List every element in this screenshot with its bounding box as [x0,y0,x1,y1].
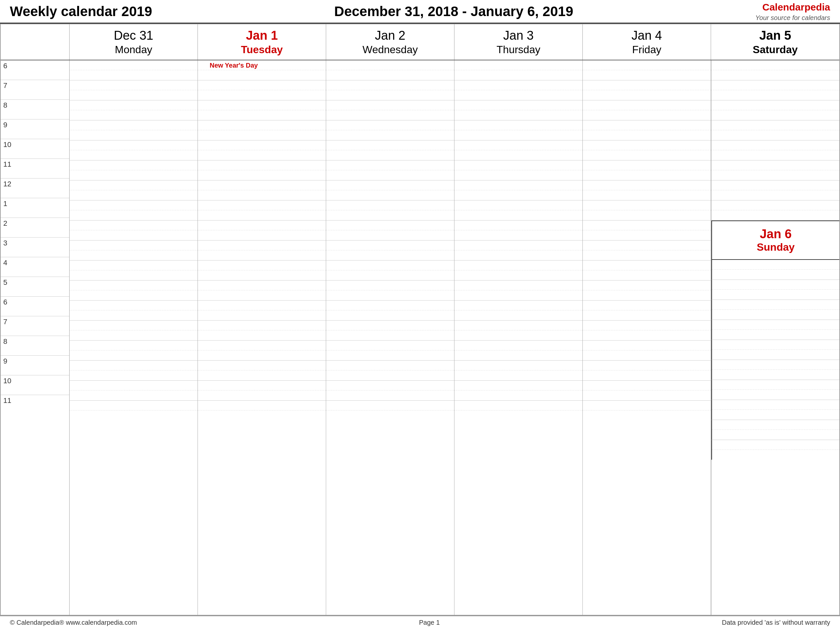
time-slot[interactable] [69,281,197,300]
time-slot[interactable] [326,160,454,180]
time-slot[interactable] [326,240,454,261]
time-slot[interactable] [198,261,326,281]
time-slot[interactable] [583,60,711,81]
time-slot[interactable] [198,401,326,420]
time-slot[interactable] [198,141,326,160]
time-slot[interactable] [69,180,197,201]
time-slot[interactable] [711,420,839,440]
time-slot[interactable] [198,300,326,321]
time-slot[interactable] [583,261,711,281]
time-slot[interactable] [711,320,839,340]
time-slot[interactable] [583,300,711,321]
time-slot[interactable] [711,380,839,400]
time-slot[interactable] [455,360,583,381]
time-slot[interactable] [455,180,583,201]
time-slot[interactable] [583,100,711,120]
time-slot[interactable] [711,180,839,201]
time-slot[interactable] [455,81,583,100]
time-slot[interactable] [583,401,711,420]
time-slot[interactable] [326,321,454,341]
time-slot[interactable] [455,300,583,321]
time-slot[interactable] [583,160,711,180]
time-slot[interactable] [69,201,197,221]
time-slot[interactable] [69,100,197,120]
time-slot[interactable] [326,60,454,81]
time-slot[interactable] [711,440,839,460]
time-slot[interactable] [69,221,197,240]
time-slot[interactable] [326,221,454,240]
time-slot[interactable] [198,240,326,261]
time-slot[interactable] [455,221,583,240]
time-slot[interactable] [455,120,583,141]
time-slot[interactable] [198,360,326,381]
time-slot[interactable] [69,120,197,141]
time-slot[interactable] [583,180,711,201]
time-slot[interactable] [326,81,454,100]
time-slot[interactable] [455,261,583,281]
time-slot[interactable] [455,240,583,261]
time-slot[interactable] [69,261,197,281]
time-slot[interactable] [711,60,839,81]
time-slot[interactable] [198,201,326,221]
time-slot[interactable] [198,100,326,120]
time-slot[interactable] [326,300,454,321]
time-slot[interactable] [69,300,197,321]
time-slot[interactable] [711,360,839,380]
time-slot[interactable] [711,201,839,221]
time-slot[interactable] [198,321,326,341]
time-slot[interactable] [69,141,197,160]
time-slot[interactable] [711,400,839,420]
time-slot[interactable] [198,180,326,201]
time-slot[interactable] [455,281,583,300]
time-slot[interactable] [583,201,711,221]
time-slot[interactable] [69,360,197,381]
time-slot[interactable] [198,160,326,180]
time-slot[interactable] [326,341,454,360]
time-slot[interactable] [455,141,583,160]
time-slot[interactable] [583,341,711,360]
time-slot[interactable] [711,260,839,280]
time-slot[interactable] [69,60,197,81]
time-slot[interactable] [583,120,711,141]
time-slot[interactable] [455,381,583,401]
time-slot[interactable] [69,240,197,261]
time-slot[interactable] [69,401,197,420]
time-slot[interactable] [326,100,454,120]
time-slot[interactable] [326,401,454,420]
time-slot[interactable] [583,81,711,100]
time-slot[interactable] [455,160,583,180]
time-slot[interactable] [711,120,839,141]
time-slot[interactable] [583,141,711,160]
time-slot[interactable] [711,340,839,360]
time-slot[interactable] [198,120,326,141]
time-slot[interactable] [455,321,583,341]
time-slot[interactable] [583,221,711,240]
time-slot[interactable] [198,221,326,240]
time-slot[interactable] [326,120,454,141]
time-slot[interactable] [326,141,454,160]
time-slot[interactable] [69,381,197,401]
time-slot[interactable] [326,180,454,201]
time-slot[interactable] [326,281,454,300]
time-slot[interactable] [198,281,326,300]
time-slot[interactable] [711,141,839,160]
time-slot[interactable] [583,321,711,341]
time-slot[interactable] [583,240,711,261]
time-slot[interactable] [711,160,839,180]
time-slot[interactable] [583,381,711,401]
time-slot[interactable] [583,360,711,381]
time-slot[interactable] [326,261,454,281]
time-slot[interactable] [455,341,583,360]
time-slot[interactable] [455,201,583,221]
time-slot[interactable] [455,60,583,81]
time-slot[interactable] [69,341,197,360]
time-slot[interactable] [711,300,839,320]
time-slot[interactable] [455,100,583,120]
time-slot[interactable] [326,381,454,401]
time-slot[interactable] [198,341,326,360]
time-slot[interactable] [69,321,197,341]
time-slot[interactable] [69,81,197,100]
time-slot[interactable] [326,360,454,381]
time-slot[interactable] [326,201,454,221]
time-slot[interactable] [711,81,839,100]
